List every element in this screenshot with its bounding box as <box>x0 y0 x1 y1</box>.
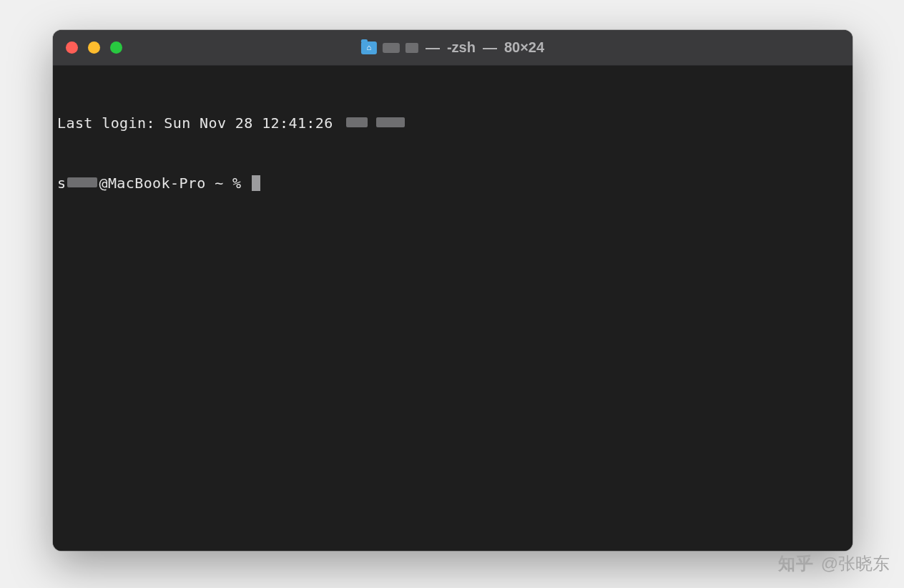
redacted-icon <box>406 43 418 53</box>
traffic-lights <box>53 41 122 54</box>
titlebar[interactable]: — -zsh — 80×24 <box>53 30 853 66</box>
title-shell-name: -zsh <box>447 39 476 56</box>
terminal-body[interactable]: Last login: Sun Nov 28 12:41:26 s@MacBoo… <box>53 66 853 551</box>
terminal-window: — -zsh — 80×24 Last login: Sun Nov 28 12… <box>53 30 853 551</box>
watermark: 知乎 @张晓东 <box>778 552 890 575</box>
cursor <box>252 175 260 191</box>
title-separator: — <box>483 39 497 56</box>
home-folder-icon <box>361 41 377 54</box>
prompt-user-prefix: s <box>57 173 66 193</box>
title-separator: — <box>426 39 440 56</box>
zoom-button[interactable] <box>110 41 122 54</box>
redacted-text <box>376 117 405 127</box>
prompt-symbol: % <box>232 173 241 193</box>
title-dimensions: 80×24 <box>504 39 544 56</box>
close-button[interactable] <box>66 41 78 54</box>
redacted-icon <box>383 43 400 53</box>
redacted-username <box>67 177 97 187</box>
prompt-path: ~ <box>215 173 223 193</box>
prompt-host: @MacBook-Pro <box>99 173 205 193</box>
redacted-text <box>346 117 368 127</box>
zhihu-logo: 知乎 <box>778 552 814 575</box>
last-login-line: Last login: Sun Nov 28 12:41:26 <box>57 113 848 133</box>
title-icons <box>361 41 418 54</box>
last-login-time: Sun Nov 28 12:41:26 <box>164 113 333 133</box>
last-login-label: Last login: <box>57 113 164 133</box>
window-title: — -zsh — 80×24 <box>361 39 544 56</box>
prompt-line: s@MacBook-Pro ~ % <box>57 173 848 193</box>
watermark-author: @张晓东 <box>821 552 890 575</box>
minimize-button[interactable] <box>88 41 100 54</box>
